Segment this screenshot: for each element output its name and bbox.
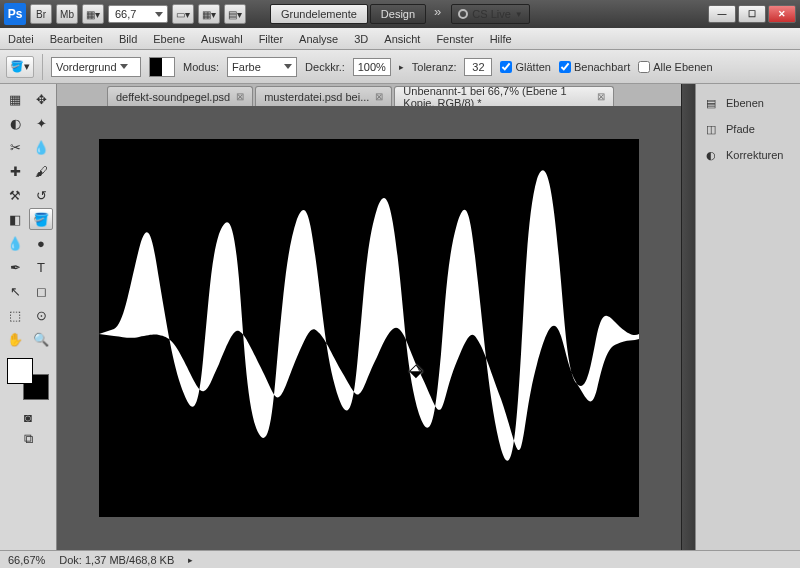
menu-analyse[interactable]: Analyse — [299, 33, 338, 45]
modus-dropdown[interactable]: Farbe — [227, 57, 297, 77]
menu-hilfe[interactable]: Hilfe — [490, 33, 512, 45]
tool-lasso[interactable]: ◐ — [3, 112, 27, 134]
canvas-viewport[interactable]: ⬙ — [57, 106, 681, 550]
menu-datei[interactable]: Datei — [8, 33, 34, 45]
tool-wand[interactable]: ✦ — [29, 112, 53, 134]
menu-ansicht[interactable]: Ansicht — [384, 33, 420, 45]
document-tabs: deffekt-soundpegel.psd⊠ musterdatei.psd … — [57, 84, 681, 106]
menu-ebene[interactable]: Ebene — [153, 33, 185, 45]
doc-tab-1[interactable]: musterdatei.psd bei...⊠ — [255, 86, 392, 106]
arrange-button[interactable]: ▤▾ — [224, 4, 246, 24]
adjustments-icon: ◐ — [702, 146, 720, 164]
zoom-status[interactable]: 66,67% — [8, 554, 45, 566]
chevron-down-icon — [155, 12, 163, 17]
contiguous-checkbox[interactable]: Benachbart — [559, 61, 630, 73]
window-minimize[interactable]: — — [708, 5, 736, 23]
menu-3d[interactable]: 3D — [354, 33, 368, 45]
workspace-more[interactable]: » — [428, 4, 447, 24]
tool-bucket[interactable]: 🪣 — [29, 208, 53, 230]
titlebar: Ps Br Mb ▦▾ 66,7 ▭▾ ▦▾ ▤▾ Grundelemente … — [0, 0, 800, 28]
tool-brush[interactable]: 🖌 — [29, 160, 53, 182]
fill-source-dropdown[interactable]: Vordergrund — [51, 57, 141, 77]
doc-tab-2[interactable]: Unbenannt-1 bei 66,7% (Ebene 1 Kopie, RG… — [394, 86, 614, 106]
bucket-cursor-icon: ⬙ — [409, 359, 423, 381]
deckkr-label: Deckkr.: — [305, 61, 345, 73]
current-tool-icon[interactable]: 🪣▾ — [6, 56, 34, 78]
tool-move[interactable]: ▦ — [3, 88, 27, 110]
window-close[interactable]: ✕ — [768, 5, 796, 23]
screen-mode-button[interactable]: ▭▾ — [172, 4, 194, 24]
zoom-dropdown[interactable]: 66,7 — [108, 5, 168, 23]
tool-stamp[interactable]: ⚒ — [3, 184, 27, 206]
opacity-input[interactable] — [353, 58, 391, 76]
pattern-swatch[interactable] — [149, 57, 175, 77]
statusbar: 66,67% Dok: 1,37 MB/468,8 KB ▸ — [0, 550, 800, 568]
waveform-artwork — [99, 139, 639, 517]
quickmask-toggle[interactable]: ◙ — [16, 406, 40, 428]
tool-eyedrop[interactable]: 💧 — [29, 136, 53, 158]
tool-shape[interactable]: ◻ — [29, 280, 53, 302]
cslive-button[interactable]: CS Live▼ — [451, 4, 529, 24]
menubar: Datei Bearbeiten Bild Ebene Auswahl Filt… — [0, 28, 800, 50]
screenmode-toggle[interactable]: ⧉ — [16, 428, 40, 450]
canvas[interactable]: ⬙ — [99, 139, 639, 517]
tool-marquee[interactable]: ✥ — [29, 88, 53, 110]
cslive-icon — [458, 9, 468, 19]
app-logo: Ps — [4, 3, 26, 25]
tool-pen[interactable]: ✒ — [3, 256, 27, 278]
tool-crop[interactable]: ✂ — [3, 136, 27, 158]
bridge-button[interactable]: Br — [30, 4, 52, 24]
tool-camera[interactable]: ⊙ — [29, 304, 53, 326]
close-icon[interactable]: ⊠ — [236, 91, 244, 102]
tool-path[interactable]: ↖ — [3, 280, 27, 302]
extras-button[interactable]: ▦▾ — [198, 4, 220, 24]
workspace-tab-design[interactable]: Design — [370, 4, 426, 24]
antialias-checkbox[interactable]: Glätten — [500, 61, 550, 73]
paths-icon: ◫ — [702, 120, 720, 138]
close-icon[interactable]: ⊠ — [375, 91, 383, 102]
tool-heal[interactable]: ✚ — [3, 160, 27, 182]
workspace-switcher: Grundelemente Design » — [270, 4, 447, 24]
tool-eraser[interactable]: ◧ — [3, 208, 27, 230]
modus-label: Modus: — [183, 61, 219, 73]
tool-hand[interactable]: ✋ — [3, 328, 27, 350]
panel-collapse-strip[interactable] — [681, 84, 695, 550]
foreground-color[interactable] — [7, 358, 33, 384]
tool-history[interactable]: ↺ — [29, 184, 53, 206]
panel-korrekturen[interactable]: ◐Korrekturen — [700, 142, 796, 168]
menu-bearbeiten[interactable]: Bearbeiten — [50, 33, 103, 45]
tolerance-input[interactable] — [464, 58, 492, 76]
menu-fenster[interactable]: Fenster — [436, 33, 473, 45]
panel-pfade[interactable]: ◫Pfade — [700, 116, 796, 142]
zoom-value: 66,7 — [115, 8, 136, 20]
close-icon[interactable]: ⊠ — [597, 91, 605, 102]
menu-bild[interactable]: Bild — [119, 33, 137, 45]
toleranz-label: Toleranz: — [412, 61, 457, 73]
minibridge-button[interactable]: Mb — [56, 4, 78, 24]
tool-type[interactable]: T — [29, 256, 53, 278]
color-picker[interactable] — [7, 358, 49, 400]
panel-ebenen[interactable]: ▤Ebenen — [700, 90, 796, 116]
workspace-tab-essentials[interactable]: Grundelemente — [270, 4, 368, 24]
tool-blur[interactable]: 💧 — [3, 232, 27, 254]
layout-button[interactable]: ▦▾ — [82, 4, 104, 24]
doc-tab-0[interactable]: deffekt-soundpegel.psd⊠ — [107, 86, 253, 106]
menu-filter[interactable]: Filter — [259, 33, 283, 45]
tool-zoom[interactable]: 🔍 — [29, 328, 53, 350]
all-layers-checkbox[interactable]: Alle Ebenen — [638, 61, 712, 73]
doc-size-status[interactable]: Dok: 1,37 MB/468,8 KB — [59, 554, 174, 566]
toolbox: ▦✥ ◐✦ ✂💧 ✚🖌 ⚒↺ ◧🪣 💧● ✒T ↖◻ ⬚⊙ ✋🔍 ◙ ⧉ — [0, 84, 57, 550]
panel-dock: ▤Ebenen ◫Pfade ◐Korrekturen — [695, 84, 800, 550]
window-maximize[interactable]: ☐ — [738, 5, 766, 23]
options-bar: 🪣▾ Vordergrund Modus: Farbe Deckkr.: ▸ T… — [0, 50, 800, 84]
menu-auswahl[interactable]: Auswahl — [201, 33, 243, 45]
layers-icon: ▤ — [702, 94, 720, 112]
tool-3d[interactable]: ⬚ — [3, 304, 27, 326]
tool-dodge[interactable]: ● — [29, 232, 53, 254]
